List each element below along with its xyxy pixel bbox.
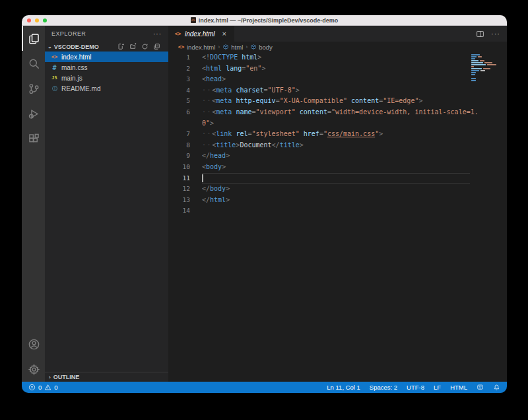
error-count: 0 <box>38 384 42 391</box>
activity-item-accounts[interactable] <box>22 332 45 357</box>
extensions-icon <box>28 133 40 145</box>
breadcrumb-index-html[interactable]: <>index.html <box>178 44 215 51</box>
line-number: 8 <box>168 140 190 151</box>
code-token: > <box>261 65 265 72</box>
feedback-icon[interactable] <box>477 384 484 391</box>
file-item-index-html[interactable]: <>index.html <box>45 52 168 62</box>
code-line-9[interactable]: 9</head> <box>168 151 507 162</box>
file-item-main-js[interactable]: JSmain.js <box>45 73 168 83</box>
code-token: meta <box>216 108 232 116</box>
split-editor-icon[interactable] <box>476 30 484 38</box>
code-token: > <box>226 196 230 203</box>
code-line-2[interactable]: 2<html lang="en"> <box>168 63 507 75</box>
explorer-actions <box>117 43 166 50</box>
line-number: 6 <box>168 107 190 118</box>
vscode-window: <> index.html — ~/Projects/SimpleDev/vsc… <box>22 15 507 393</box>
line-number: 2 <box>168 63 190 75</box>
explorer-more-actions-icon[interactable]: ··· <box>153 30 162 38</box>
css-file-icon: # <box>51 64 58 71</box>
new-folder-icon[interactable] <box>129 43 137 50</box>
code-token: </ <box>202 185 210 192</box>
breadcrumb-separator-icon: › <box>217 44 220 50</box>
outline-label: OUTLINE <box>53 374 80 380</box>
code-token: html <box>210 196 226 203</box>
collapse-all-icon[interactable] <box>153 43 160 50</box>
warning-count: 0 <box>54 384 57 391</box>
code-token: rel <box>236 130 248 137</box>
html-file-icon: <> <box>174 31 182 37</box>
tab-index-html[interactable]: <> index.html × <box>168 26 234 42</box>
title-bar[interactable]: <> index.html — ~/Projects/SimpleDev/vsc… <box>22 15 507 26</box>
activity-item-search[interactable] <box>22 51 45 76</box>
chevron-down-icon: ⌄ <box>48 44 52 50</box>
file-name: index.html <box>61 53 92 61</box>
code-line-13[interactable]: 13</html> <box>168 195 507 206</box>
code-token: meta <box>216 97 232 104</box>
code-line-6[interactable]: 6··<meta name="viewport" content="width=… <box>168 107 507 118</box>
code-line-8[interactable]: 8··<title>Document</title> <box>168 140 507 151</box>
activity-item-extensions[interactable] <box>22 126 45 151</box>
code-line-7[interactable]: 7··<link rel="stylesheet" href="css/main… <box>168 129 507 140</box>
code-token: content <box>300 108 327 116</box>
code-editor[interactable]: 1<!DOCTYPE html>2<html lang="en">3<head>… <box>168 52 507 382</box>
code-token: ·· <box>202 87 212 94</box>
activity-item-source-control[interactable] <box>22 76 45 101</box>
breadcrumb-label: html <box>231 44 243 51</box>
file-tree: <>index.html#main.cssJSmain.jsREADME.md <box>45 52 168 94</box>
code-token: > <box>296 87 300 94</box>
window-title: <> index.html — ~/Projects/SimpleDev/vsc… <box>22 17 507 24</box>
activity-item-explorer[interactable] <box>22 26 45 51</box>
activity-item-settings[interactable] <box>22 357 45 382</box>
file-item-README-md[interactable]: README.md <box>45 83 168 94</box>
line-number: 11 <box>168 173 190 184</box>
code-line-5[interactable]: 5··<meta http-equiv="X-UA-Compatible" co… <box>168 96 507 107</box>
code-line-14[interactable]: 14 <box>168 205 507 217</box>
line-number <box>168 118 190 129</box>
code-token: 0" <box>202 120 210 127</box>
close-tab-icon[interactable]: × <box>222 30 226 38</box>
new-file-icon[interactable] <box>117 43 125 50</box>
line-number: 3 <box>168 74 190 85</box>
code-token: "X-UA-Compatible" <box>280 97 347 104</box>
folder-section-header[interactable]: ⌄ VSCODE-DEMO <box>45 42 168 52</box>
code-line-3[interactable]: 3<head> <box>168 74 507 85</box>
activity-bar-spacer <box>22 151 45 332</box>
code-link[interactable]: css/main.css <box>327 130 375 137</box>
code-line-11[interactable]: 11 <box>168 173 507 184</box>
code-line-10[interactable]: 10<body> <box>168 162 507 173</box>
problems-indicator[interactable]: 0 0 <box>28 384 58 391</box>
editor-more-actions-icon[interactable]: ··· <box>491 30 500 38</box>
code-line-1[interactable]: 1<!DOCTYPE html> <box>168 52 507 63</box>
status-eol[interactable]: LF <box>434 384 441 391</box>
status-indentation[interactable]: Spaces: 2 <box>370 384 397 391</box>
code-text: </head> <box>190 151 230 162</box>
account-icon <box>28 338 40 351</box>
activity-item-run-debug[interactable] <box>22 101 45 126</box>
symbol-field-icon <box>222 44 229 50</box>
code-line-12[interactable]: 12</body> <box>168 184 507 195</box>
breadcrumb-body[interactable]: body <box>250 44 273 51</box>
code-token: ·· <box>202 97 212 104</box>
breadcrumb-html[interactable]: html <box>222 44 243 51</box>
code-token: meta <box>216 87 232 94</box>
code-token: </ <box>202 196 210 203</box>
status-cursor-position[interactable]: Ln 11, Col 1 <box>327 384 360 391</box>
code-token: body <box>210 185 226 192</box>
js-file-icon: JS <box>51 75 58 81</box>
code-token: > <box>222 75 226 83</box>
refresh-icon[interactable] <box>141 43 148 50</box>
code-line-4[interactable]: 4··<meta charset="UTF-8"> <box>168 85 507 96</box>
info-icon <box>51 85 58 92</box>
run-debug-icon <box>28 108 40 120</box>
code-token: > <box>226 185 230 192</box>
code-token: head <box>206 75 222 83</box>
bell-icon[interactable] <box>493 384 500 391</box>
file-item-main-css[interactable]: #main.css <box>45 62 168 73</box>
status-language-mode[interactable]: HTML <box>450 384 467 391</box>
file-name: README.md <box>61 85 100 92</box>
status-bar: 0 0 Ln 11, Col 1Spaces: 2UTF-8LFHTML <box>22 382 507 393</box>
status-encoding[interactable]: UTF-8 <box>407 384 424 391</box>
outline-section[interactable]: › OUTLINE <box>45 372 168 382</box>
code-text: <head> <box>190 74 226 85</box>
code-line-wrap[interactable]: 0"> <box>168 118 507 129</box>
